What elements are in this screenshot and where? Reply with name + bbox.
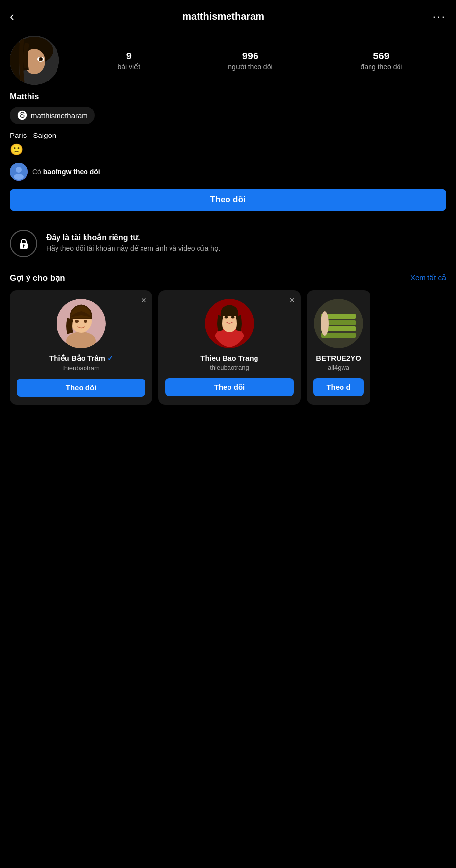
following-count: 569 <box>373 51 389 62</box>
posts-label: bài viết <box>118 63 141 71</box>
svg-point-7 <box>16 167 22 173</box>
card-follow-button-3[interactable]: Theo d <box>314 378 364 396</box>
private-notice: Đây là tài khoản riêng tư. Hãy theo dõi … <box>0 219 456 268</box>
suggestions-list: × Thiều Bảo Trâm <box>0 290 456 414</box>
followers-count: 996 <box>242 51 258 62</box>
card-avatar-3 <box>314 299 363 348</box>
stat-followers[interactable]: 996 người theo dõi <box>228 51 272 71</box>
profile-location: Paris - Saigon <box>10 130 446 141</box>
suggestions-title: Gợi ý cho bạn <box>10 273 65 283</box>
header: ‹ matthismetharam ··· <box>0 0 456 31</box>
suggestion-card-3: BETRUE2YO all4gwa Theo d <box>307 290 370 405</box>
see-all-button[interactable]: Xem tất cả <box>410 273 446 282</box>
profile-emoji: 🙁 <box>10 143 446 156</box>
svg-point-16 <box>84 320 87 323</box>
profile-top: 9 bài viết 996 người theo dõi 569 đang t… <box>10 36 446 85</box>
avatar <box>10 36 59 85</box>
card-username-2: thieubaotrang <box>165 364 294 371</box>
card-username-3: all4gwa <box>314 364 364 371</box>
card-username-1: thieubaotram <box>17 364 145 372</box>
verified-badge-1: ✓ <box>107 354 113 362</box>
followed-by: Có baofngw theo dõi <box>10 163 446 181</box>
threads-link[interactable]: matthismetharam <box>10 107 95 124</box>
threads-handle: matthismetharam <box>31 111 88 120</box>
suggestion-card-2: × Thieu Bao Trang <box>158 290 301 405</box>
followed-by-username[interactable]: baofngw <box>43 168 72 176</box>
avatar-image <box>10 36 59 85</box>
private-title: Đây là tài khoản riêng tư. <box>46 233 221 242</box>
back-button[interactable]: ‹ <box>10 9 14 24</box>
dismiss-suggestion-1[interactable]: × <box>141 296 146 305</box>
svg-point-21 <box>231 316 235 318</box>
lock-icon-circle <box>10 230 37 257</box>
card-name-3: BETRUE2YO <box>314 354 364 362</box>
lock-icon <box>17 237 30 250</box>
following-label: đang theo dõi <box>361 63 402 71</box>
svg-point-8 <box>14 174 24 180</box>
profile-section: 9 bài viết 996 người theo dõi 569 đang t… <box>0 31 456 181</box>
follow-button-container: Theo dõi <box>0 181 456 219</box>
svg-point-15 <box>75 320 79 323</box>
svg-point-5 <box>40 58 42 60</box>
card-name-2: Thieu Bao Trang <box>165 354 294 362</box>
profile-display-name: Matthis <box>10 92 446 102</box>
card-follow-button-1[interactable]: Theo dõi <box>17 379 145 397</box>
suggestions-header: Gợi ý cho bạn Xem tất cả <box>0 268 456 290</box>
private-subtitle: Hãy theo dõi tài khoản này để xem ảnh và… <box>46 244 221 254</box>
suggestion-card-1: × Thiều Bảo Trâm <box>10 290 152 405</box>
svg-point-27 <box>321 311 329 336</box>
follow-button[interactable]: Theo dõi <box>10 189 446 211</box>
private-text: Đây là tài khoản riêng tư. Hãy theo dõi … <box>46 233 221 254</box>
followed-by-avatar <box>10 163 28 181</box>
card-avatar-2 <box>205 299 254 348</box>
stats-row: 9 bài viết 996 người theo dõi 569 đang t… <box>74 51 446 71</box>
card-name-1: Thiều Bảo Trâm ✓ <box>17 354 145 363</box>
svg-point-20 <box>225 316 228 318</box>
profile-username: matthismetharam <box>182 11 264 22</box>
posts-count: 9 <box>126 51 132 62</box>
stat-following[interactable]: 569 đang theo dõi <box>361 51 402 71</box>
followers-label: người theo dõi <box>228 63 272 71</box>
followed-by-text: Có baofngw theo dõi <box>32 168 100 176</box>
dismiss-suggestion-2[interactable]: × <box>289 296 295 305</box>
card-follow-button-2[interactable]: Theo dõi <box>165 378 294 396</box>
stat-posts[interactable]: 9 bài viết <box>118 51 141 71</box>
card-avatar-1 <box>57 299 106 348</box>
threads-icon <box>17 110 28 121</box>
more-options-button[interactable]: ··· <box>433 10 446 23</box>
